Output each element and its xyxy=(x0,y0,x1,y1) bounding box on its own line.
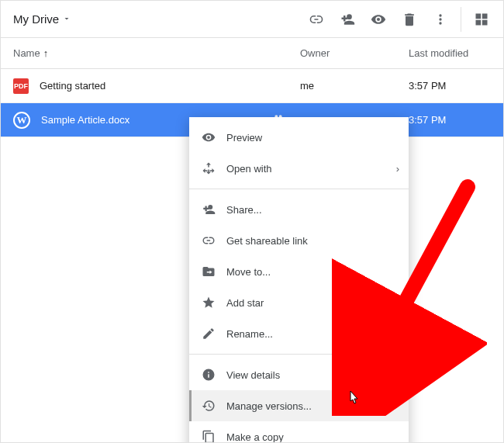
ctx-move-to[interactable]: Move to... xyxy=(189,256,409,287)
link-icon xyxy=(202,234,226,247)
ctx-view-details[interactable]: View details xyxy=(189,359,409,390)
ctx-share[interactable]: Share... xyxy=(189,194,409,225)
word-icon: W xyxy=(13,112,30,129)
ctx-open-with[interactable]: Open with › xyxy=(189,153,409,184)
ctx-label: View details xyxy=(226,369,280,381)
file-name-label: Sample Article.docx xyxy=(41,114,129,126)
info-icon xyxy=(202,368,226,382)
column-name[interactable]: Name ↑ xyxy=(13,47,300,59)
get-link-button[interactable] xyxy=(301,4,332,35)
pdf-icon: PDF xyxy=(13,78,29,94)
eye-icon xyxy=(202,130,226,144)
ctx-label: Add star xyxy=(226,297,264,309)
ctx-get-link[interactable]: Get shareable link xyxy=(189,225,409,256)
ctx-label: Manage versions... xyxy=(226,400,312,412)
history-icon xyxy=(202,399,226,413)
folder-move-icon xyxy=(202,265,226,279)
ctx-manage-versions[interactable]: Manage versions... xyxy=(189,390,409,421)
ctx-label: Get shareable link xyxy=(226,235,308,247)
divider xyxy=(461,7,461,32)
sort-asc-icon: ↑ xyxy=(43,47,49,59)
star-icon xyxy=(202,296,226,310)
ctx-add-star[interactable]: Add star xyxy=(189,287,409,318)
breadcrumb-label: My Drive xyxy=(13,12,59,26)
chevron-right-icon: › xyxy=(396,163,399,175)
column-name-label: Name xyxy=(13,47,40,59)
preview-button[interactable] xyxy=(363,4,394,35)
ctx-label: Open with xyxy=(226,163,272,175)
breadcrumb[interactable]: My Drive xyxy=(13,12,71,26)
rename-icon xyxy=(202,327,226,341)
toolbar: My Drive xyxy=(1,1,503,38)
modified-label: 3:57 PM xyxy=(409,80,491,92)
ctx-label: Share... xyxy=(226,204,262,216)
separator xyxy=(189,189,409,189)
ctx-rename[interactable]: Rename... xyxy=(189,318,409,349)
delete-button[interactable] xyxy=(394,4,425,35)
more-button[interactable] xyxy=(425,4,456,35)
table-row[interactable]: PDF Getting started me 3:57 PM xyxy=(1,69,503,103)
ctx-label: Make a copy xyxy=(226,431,284,443)
person-add-icon xyxy=(202,202,226,216)
open-with-icon xyxy=(202,161,226,175)
file-name-label: Getting started xyxy=(40,80,105,92)
ctx-label: Rename... xyxy=(226,328,273,340)
context-menu: Preview Open with › Share... Get shareab… xyxy=(189,117,409,443)
view-grid-button[interactable] xyxy=(466,4,497,35)
share-button[interactable] xyxy=(332,4,363,35)
ctx-make-copy[interactable]: Make a copy xyxy=(189,421,409,443)
ctx-label: Move to... xyxy=(226,266,271,278)
ctx-preview[interactable]: Preview xyxy=(189,122,409,153)
caret-down-icon xyxy=(62,12,71,26)
owner-label: me xyxy=(300,80,409,92)
column-owner[interactable]: Owner xyxy=(300,47,409,59)
separator xyxy=(189,354,409,355)
ctx-label: Preview xyxy=(226,132,262,144)
column-modified[interactable]: Last modified xyxy=(409,47,491,59)
copy-icon xyxy=(202,430,226,443)
modified-label: 3:57 PM xyxy=(409,114,491,126)
column-headers: Name ↑ Owner Last modified xyxy=(1,38,503,69)
